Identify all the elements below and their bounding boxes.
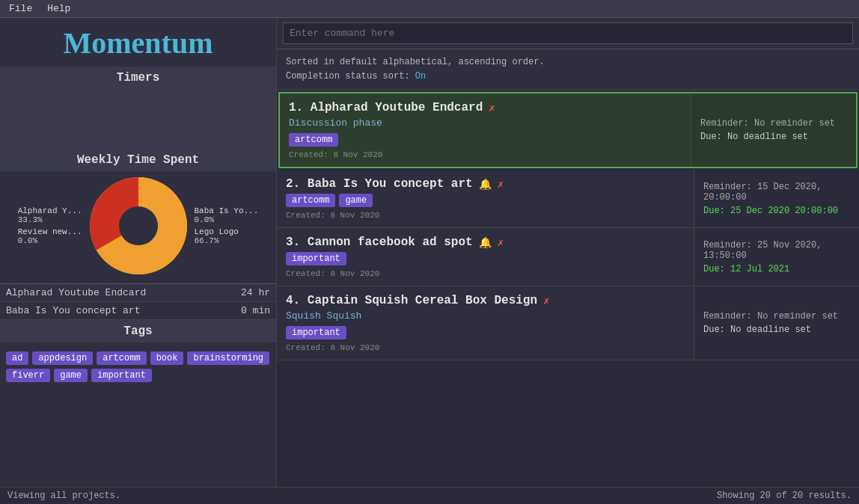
chart-label-alpharad: Alpharad Y... 33.3%	[18, 206, 82, 224]
sort-line1: Sorted in default alphabetical, ascendin…	[286, 55, 850, 70]
menu-help[interactable]: Help	[47, 3, 70, 14]
time-list-val-baba: 0 min	[241, 305, 270, 316]
time-list-row-alpharad: Alpharad Youtube Endcard 24 hr	[0, 284, 276, 302]
tag-badge-brainstorming[interactable]: brainstorming	[187, 351, 269, 365]
time-list-val-alpharad: 24 hr	[241, 287, 270, 298]
project-title-row-1: 1. Alpharad Youtube Endcard✗	[289, 101, 682, 114]
timers-label: Timers	[0, 67, 276, 89]
chart-label-alpharad-name: Alpharad Y...	[18, 206, 82, 215]
chart-label-review: Review new... 0.0%	[18, 227, 82, 245]
chart-label-review-pct: 0.0%	[18, 236, 82, 245]
project-created-3: Created: 8 Nov 2020	[286, 269, 685, 278]
app-title: Momentum	[0, 18, 276, 67]
chart-label-lego-pct: 66.7%	[195, 236, 259, 245]
project-tags-3: important	[286, 252, 685, 265]
project-due-3: Due: 12 Jul 2021	[703, 264, 850, 274]
status-left: Viewing all projects.	[7, 491, 120, 501]
menu-bar: File Help	[0, 0, 859, 18]
project-meta-1: Reminder: No reminder setDue: No deadlin…	[691, 93, 856, 167]
project-title-1: 1. Alpharad Youtube Endcard	[289, 101, 483, 114]
project-reminder-2: Reminder: 15 Dec 2020, 20:00:00	[703, 182, 850, 203]
chart-container: Alpharad Y... 33.3% Review new... 0.0%	[6, 174, 270, 277]
delete-icon-1[interactable]: ✗	[489, 102, 495, 114]
project-tag-artcomm[interactable]: artcomm	[286, 194, 335, 207]
project-tag-game[interactable]: game	[339, 194, 373, 207]
project-title-2: 2. Baba Is You concept art	[286, 177, 473, 191]
tags-section: adappdesignartcommbookbrainstormingfiver…	[0, 342, 276, 391]
time-list-name-alpharad: Alpharad Youtube Endcard	[6, 287, 146, 298]
weekly-label: Weekly Time Spent	[0, 149, 276, 171]
time-list: Alpharad Youtube Endcard 24 hr Baba Is Y…	[0, 283, 276, 320]
projects-list: 1. Alpharad Youtube Endcard✗Discussion p…	[277, 90, 859, 487]
project-title-row-3: 3. Cannon facebook ad spot🔔✗	[286, 236, 685, 249]
project-reminder-3: Reminder: 25 Nov 2020, 13:50:00	[703, 240, 850, 261]
chart-labels-right: Baba Is Yo... 0.0% Lego Logo 66.7%	[195, 206, 259, 245]
menu-file[interactable]: File	[9, 3, 32, 14]
project-tag-artcomm[interactable]: artcomm	[289, 133, 338, 147]
project-due-4: Due: No deadline set	[703, 325, 850, 335]
status-right: Showing 20 of 20 results.	[717, 491, 852, 501]
project-reminder-1: Reminder: No reminder set	[700, 118, 847, 129]
project-phase-1: Discussion phase	[289, 117, 682, 129]
time-list-row-baba: Baba Is You concept art 0 min	[0, 302, 276, 320]
project-reminder-4: Reminder: No reminder set	[703, 311, 850, 322]
sidebar: Momentum Timers Weekly Time Spent Alphar…	[0, 18, 277, 487]
project-tags-1: artcomm	[289, 133, 682, 147]
project-row-1[interactable]: 1. Alpharad Youtube Endcard✗Discussion p…	[278, 92, 858, 168]
project-row-4[interactable]: 4. Captain Squish Cereal Box Design✗Squi…	[277, 286, 859, 360]
project-tag-important[interactable]: important	[286, 326, 346, 339]
tag-badge-book[interactable]: book	[150, 351, 184, 365]
project-phase-4: Squish Squish	[286, 310, 685, 322]
time-list-name-baba: Baba Is You concept art	[6, 305, 140, 316]
tag-badge-appdesign[interactable]: appdesign	[32, 351, 93, 365]
project-created-2: Created: 8 Nov 2020	[286, 211, 685, 220]
tag-badge-artcomm[interactable]: artcomm	[97, 351, 146, 365]
tag-badge-game[interactable]: game	[54, 369, 88, 382]
command-input[interactable]	[283, 22, 853, 44]
project-main-1: 1. Alpharad Youtube Endcard✗Discussion p…	[280, 93, 691, 167]
delete-icon-2[interactable]: ✗	[498, 178, 504, 191]
bell-icon-2[interactable]: 🔔	[479, 178, 492, 191]
tags-wrap: adappdesignartcommbookbrainstormingfiver…	[6, 347, 270, 387]
project-main-3: 3. Cannon facebook ad spot🔔✗importantCre…	[277, 228, 694, 286]
chart-label-baba-pct: 0.0%	[195, 215, 259, 224]
project-title-row-2: 2. Baba Is You concept art🔔✗	[286, 177, 685, 191]
project-meta-4: Reminder: No reminder setDue: No deadlin…	[694, 286, 859, 360]
pie-chart	[90, 177, 187, 274]
bell-icon-3[interactable]: 🔔	[479, 236, 492, 249]
project-due-1: Due: No deadline set	[700, 132, 847, 142]
chart-label-alpharad-pct: 33.3%	[18, 215, 82, 224]
delete-icon-4[interactable]: ✗	[543, 295, 549, 307]
project-main-2: 2. Baba Is You concept art🔔✗artcommgameC…	[277, 170, 694, 227]
tag-badge-fiverr[interactable]: fiverr	[6, 369, 50, 382]
tag-badge-important[interactable]: important	[91, 369, 152, 382]
project-title-4: 4. Captain Squish Cereal Box Design	[286, 294, 537, 307]
project-due-2: Due: 25 Dec 2020 20:00:00	[703, 206, 850, 216]
chart-labels-left: Alpharad Y... 33.3% Review new... 0.0%	[18, 206, 82, 245]
project-tag-important[interactable]: important	[286, 252, 346, 265]
command-bar	[277, 18, 859, 49]
main-layout: Momentum Timers Weekly Time Spent Alphar…	[0, 18, 859, 487]
project-created-1: Created: 8 Nov 2020	[289, 150, 682, 159]
weekly-section: Alpharad Y... 33.3% Review new... 0.0%	[0, 171, 276, 280]
timers-section	[0, 89, 276, 149]
svg-point-1	[119, 206, 158, 245]
right-panel: Sorted in default alphabetical, ascendin…	[277, 18, 859, 487]
tags-label: Tags	[0, 320, 276, 342]
sort-info: Sorted in default alphabetical, ascendin…	[277, 49, 859, 90]
chart-label-lego-name: Lego Logo	[195, 227, 259, 236]
project-title-3: 3. Cannon facebook ad spot	[286, 236, 473, 249]
chart-label-baba: Baba Is Yo... 0.0%	[195, 206, 259, 224]
project-title-row-4: 4. Captain Squish Cereal Box Design✗	[286, 294, 685, 307]
delete-icon-3[interactable]: ✗	[498, 236, 504, 249]
tag-badge-ad[interactable]: ad	[6, 351, 28, 365]
project-created-4: Created: 8 Nov 2020	[286, 343, 685, 352]
project-row-2[interactable]: 2. Baba Is You concept art🔔✗artcommgameC…	[277, 170, 859, 228]
sort-on: On	[415, 71, 426, 82]
project-meta-3: Reminder: 25 Nov 2020, 13:50:00Due: 12 J…	[694, 228, 859, 286]
chart-label-review-name: Review new...	[18, 227, 82, 236]
project-tags-2: artcommgame	[286, 194, 685, 207]
chart-label-lego: Lego Logo 66.7%	[195, 227, 259, 245]
project-meta-2: Reminder: 15 Dec 2020, 20:00:00Due: 25 D…	[694, 170, 859, 227]
project-row-3[interactable]: 3. Cannon facebook ad spot🔔✗importantCre…	[277, 228, 859, 286]
